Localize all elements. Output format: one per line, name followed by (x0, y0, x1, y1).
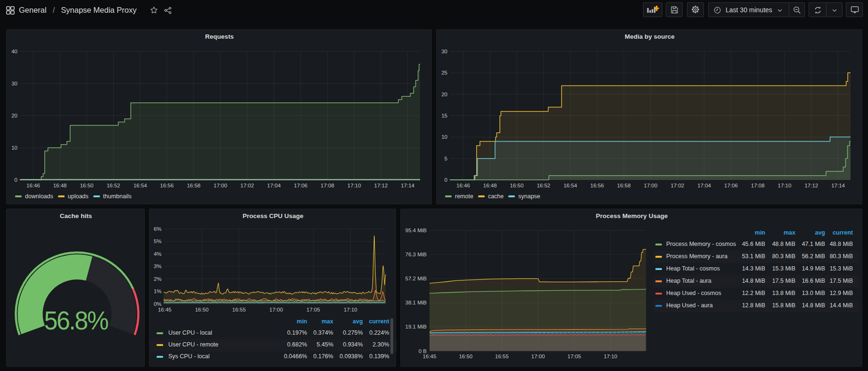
svg-text:16:46: 16:46 (456, 183, 470, 188)
svg-text:4%: 4% (154, 251, 162, 257)
svg-text:16:48: 16:48 (483, 183, 497, 188)
svg-text:17:12: 17:12 (804, 183, 818, 188)
svg-text:20: 20 (441, 92, 447, 97)
svg-text:17:02: 17:02 (670, 183, 684, 188)
svg-text:16:54: 16:54 (563, 183, 577, 188)
svg-text:17:00: 17:00 (214, 183, 227, 188)
svg-text:10: 10 (441, 134, 447, 140)
svg-text:17:10: 17:10 (603, 354, 617, 359)
svg-text:0 B: 0 B (419, 348, 427, 354)
svg-text:16:55: 16:55 (495, 354, 509, 359)
svg-text:16:48: 16:48 (53, 183, 67, 188)
svg-text:17:08: 17:08 (321, 183, 334, 188)
svg-text:17:04: 17:04 (267, 183, 281, 188)
svg-text:30: 30 (441, 49, 447, 54)
svg-text:16:50: 16:50 (195, 307, 209, 312)
svg-text:76.3 MiB: 76.3 MiB (405, 252, 427, 257)
svg-text:16:45: 16:45 (423, 354, 437, 359)
svg-text:17:10: 17:10 (347, 183, 361, 188)
svg-text:3%: 3% (154, 263, 162, 269)
svg-text:5%: 5% (154, 238, 162, 244)
svg-text:40: 40 (11, 49, 17, 54)
svg-text:10: 10 (11, 145, 17, 151)
svg-text:17:05: 17:05 (568, 354, 581, 359)
svg-text:17:00: 17:00 (644, 183, 658, 188)
svg-text:0%: 0% (154, 301, 162, 307)
svg-text:16:50: 16:50 (459, 354, 472, 359)
svg-text:1%: 1% (154, 288, 162, 294)
svg-text:16:55: 16:55 (232, 307, 246, 312)
svg-text:17:14: 17:14 (401, 183, 414, 188)
svg-text:20: 20 (11, 113, 17, 118)
svg-text:5: 5 (445, 156, 447, 161)
svg-text:57.2 MiB: 57.2 MiB (405, 276, 427, 281)
svg-text:17:02: 17:02 (240, 183, 254, 188)
svg-text:6%: 6% (154, 226, 162, 232)
svg-text:2%: 2% (154, 276, 162, 282)
svg-text:38.1 MiB: 38.1 MiB (405, 300, 427, 305)
svg-text:25: 25 (441, 70, 447, 76)
svg-text:17:00: 17:00 (269, 307, 283, 312)
svg-text:15: 15 (441, 113, 447, 118)
svg-text:17:12: 17:12 (374, 183, 388, 188)
svg-text:16:52: 16:52 (107, 183, 120, 188)
svg-text:17:14: 17:14 (831, 183, 845, 188)
svg-text:16:52: 16:52 (537, 183, 550, 188)
svg-text:17:08: 17:08 (751, 183, 765, 188)
svg-text:16:50: 16:50 (80, 183, 93, 188)
svg-text:17:04: 17:04 (697, 183, 711, 188)
svg-text:17:10: 17:10 (778, 183, 792, 188)
svg-text:16:58: 16:58 (187, 183, 200, 188)
svg-text:30: 30 (11, 81, 17, 86)
svg-text:16:58: 16:58 (617, 183, 631, 188)
svg-text:0: 0 (15, 177, 17, 183)
svg-text:16:54: 16:54 (133, 183, 147, 188)
svg-text:0: 0 (445, 177, 447, 183)
svg-text:16:46: 16:46 (26, 183, 40, 188)
svg-text:17:00: 17:00 (531, 354, 545, 359)
svg-text:17:06: 17:06 (724, 183, 738, 188)
svg-text:17:10: 17:10 (344, 307, 357, 312)
svg-text:17:06: 17:06 (294, 183, 307, 188)
svg-text:16:56: 16:56 (590, 183, 604, 188)
svg-text:16:50: 16:50 (510, 183, 524, 188)
svg-text:17:05: 17:05 (306, 307, 320, 312)
svg-text:16:45: 16:45 (158, 307, 172, 312)
svg-text:19.1 MiB: 19.1 MiB (405, 324, 427, 329)
svg-text:16:56: 16:56 (160, 183, 174, 188)
